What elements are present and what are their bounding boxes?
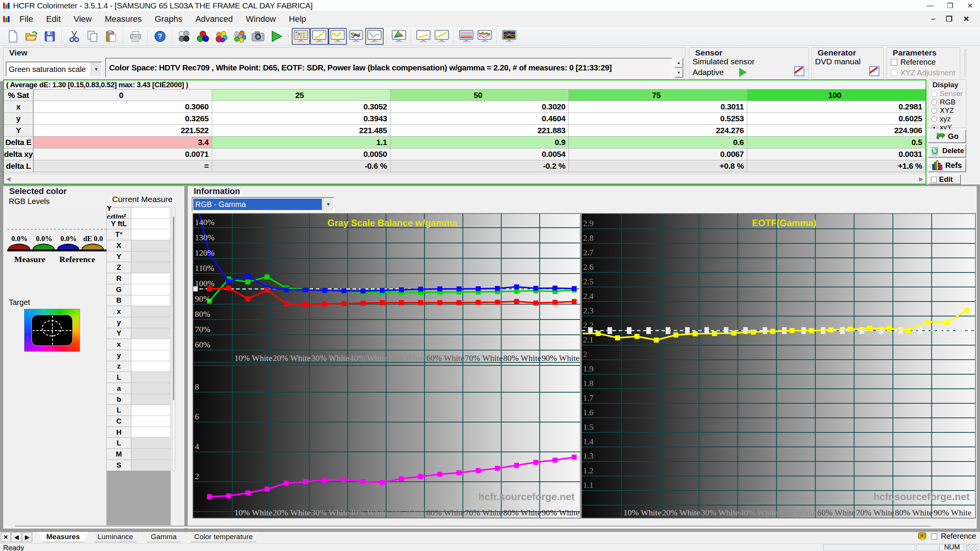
current-measure-value[interactable] — [131, 383, 170, 394]
mdi-minimize-icon[interactable]: – — [926, 15, 941, 23]
minimize-button[interactable]: — — [920, 0, 940, 11]
table-cell[interactable]: 0.0054 — [390, 148, 569, 160]
toolbar-snapshot-button[interactable] — [249, 28, 267, 45]
table-cell[interactable]: 1.1 — [212, 137, 390, 148]
current-measure-value[interactable] — [131, 295, 170, 306]
table-cell[interactable]: = — [34, 160, 212, 172]
chevron-down-icon[interactable]: ▼ — [323, 198, 333, 211]
tab-gamma[interactable]: Gamma — [142, 532, 186, 542]
menu-measures[interactable]: Measures — [98, 11, 149, 27]
current-measure-value[interactable] — [131, 460, 170, 471]
table-cell[interactable]: 0.0050 — [212, 148, 390, 160]
delete-button[interactable]: Delete — [928, 144, 966, 158]
reference-checkbox[interactable] — [891, 59, 897, 65]
table-cell[interactable]: -0.6 % — [212, 160, 390, 172]
scroll-left-icon[interactable]: ◀ — [6, 176, 11, 183]
table-cell[interactable]: 0.3011 — [569, 101, 747, 113]
toolbar-view-luminance-b-button[interactable] — [433, 28, 451, 45]
toolbar-open-file-button[interactable] — [22, 28, 41, 45]
tab-luminance[interactable]: Luminance — [89, 532, 142, 542]
toolbar-view-color-tracking-button[interactable] — [457, 28, 475, 45]
table-cell[interactable]: 0.3052 — [212, 101, 390, 113]
toolbar-saturation-series-button[interactable] — [212, 28, 230, 45]
toolbar-copy-button[interactable] — [83, 28, 102, 45]
menu-edit[interactable]: Edit — [39, 11, 67, 27]
toolbar-cut-button[interactable] — [65, 28, 83, 45]
table-cell[interactable]: +1.6 % — [747, 160, 926, 172]
toolbar-view-contrast-button[interactable] — [500, 28, 518, 45]
toolbar-view-rgb-balance-button[interactable] — [328, 28, 347, 45]
table-cell[interactable]: 0.9 — [390, 137, 569, 148]
current-measure-value[interactable] — [131, 405, 170, 416]
edit-button[interactable]: Edit — [928, 174, 961, 184]
table-cell[interactable]: 224.276 — [569, 125, 747, 137]
current-measure-value[interactable] — [131, 284, 170, 295]
spin-down-button[interactable]: ▼ — [674, 68, 683, 78]
display-radio-xyz[interactable]: xyz — [931, 115, 966, 123]
menu-advanced[interactable]: Advanced — [189, 11, 239, 27]
toolbar-view-gamma-b-button[interactable] — [414, 28, 433, 45]
chevron-down-icon[interactable]: ▼ — [91, 62, 101, 76]
display-radio-xyz[interactable]: XYZ — [931, 107, 966, 114]
table-cell[interactable]: -0.2 % — [390, 160, 569, 172]
table-col-header[interactable]: 100 — [747, 90, 926, 101]
menu-window[interactable]: Window — [239, 11, 282, 27]
table-col-header[interactable]: 25 — [212, 90, 390, 101]
toolbar-paste-button[interactable] — [102, 28, 120, 45]
current-measure-value[interactable] — [131, 339, 170, 350]
toolbar-primaries-series-button[interactable] — [194, 28, 212, 45]
refs-button[interactable]: Refs — [928, 158, 966, 172]
table-cell[interactable]: 221.883 — [390, 125, 569, 137]
table-cell[interactable]: 0.3943 — [212, 113, 390, 125]
menu-help[interactable]: Help — [283, 11, 313, 27]
current-measure-value[interactable] — [131, 229, 170, 240]
spin-up-button[interactable]: ▲ — [674, 58, 683, 68]
toolbar-help-button[interactable]: ? — [151, 28, 169, 45]
current-measure-value[interactable] — [131, 218, 170, 230]
current-measure-value[interactable] — [131, 438, 170, 449]
toolbar-view-rgb-levels-button[interactable] — [347, 28, 365, 45]
table-cell[interactable]: 0.0067 — [569, 148, 747, 160]
table-cell[interactable]: 224.906 — [747, 125, 926, 137]
current-measure-value[interactable] — [131, 262, 170, 273]
table-cell[interactable]: 0.0071 — [34, 148, 212, 160]
mdi-restore-icon[interactable]: ❐ — [941, 15, 958, 23]
current-measure-value[interactable] — [131, 449, 170, 460]
toolbar-view-measures-grid-button[interactable] — [292, 28, 310, 45]
mdi-document-icon[interactable] — [3, 16, 10, 23]
current-measure-value[interactable] — [131, 372, 170, 383]
color-profile-icon[interactable] — [918, 532, 927, 541]
sensor-config-icon[interactable] — [794, 66, 804, 76]
tab-scroll-right[interactable]: ▶ — [22, 532, 32, 542]
current-measure-value[interactable] — [131, 361, 170, 372]
current-measure-value[interactable] — [131, 207, 170, 218]
current-measure-value[interactable] — [131, 427, 170, 438]
toolbar-view-cie-diagram-button[interactable] — [390, 28, 408, 45]
current-measure-value[interactable] — [131, 273, 170, 284]
toolbar-view-luminance-curve-button[interactable] — [365, 28, 384, 45]
toolbar-print-button[interactable] — [126, 28, 145, 45]
restore-button[interactable]: ❐ — [940, 0, 960, 11]
toolbar-new-file-button[interactable] — [4, 28, 22, 45]
table-cell[interactable]: 0.3265 — [34, 113, 212, 125]
dock-splitter[interactable] — [965, 50, 968, 77]
table-cell[interactable]: 0.3060 — [34, 101, 212, 113]
tab-measures[interactable]: Measures — [38, 532, 89, 542]
edit-checkbox[interactable] — [931, 177, 937, 183]
current-measure-value[interactable] — [131, 416, 170, 427]
generator-config-icon[interactable] — [869, 66, 879, 76]
table-cell[interactable]: +0.8 % — [569, 160, 747, 172]
tab-scroll-left[interactable]: ◀ — [11, 532, 21, 542]
view-mode-select[interactable]: Green saturation scale ▼ — [6, 62, 102, 77]
bottom-reference-checkbox[interactable] — [931, 533, 937, 540]
information-view-select[interactable]: RGB - Gamma ▼ — [192, 197, 334, 212]
display-radio-rgb[interactable]: RGB — [931, 98, 966, 106]
table-cell[interactable]: 0.5 — [747, 137, 926, 148]
bottom-scrollbar[interactable] — [15, 526, 931, 528]
table-cell[interactable]: 3.4 — [34, 137, 212, 148]
toolbar-gray-scale-series-button[interactable] — [175, 28, 194, 45]
mdi-close-icon[interactable]: ✕ — [958, 15, 975, 23]
current-measure-value[interactable] — [131, 328, 170, 339]
table-col-header[interactable]: 0 — [34, 90, 212, 101]
current-measure-value[interactable] — [131, 394, 170, 405]
